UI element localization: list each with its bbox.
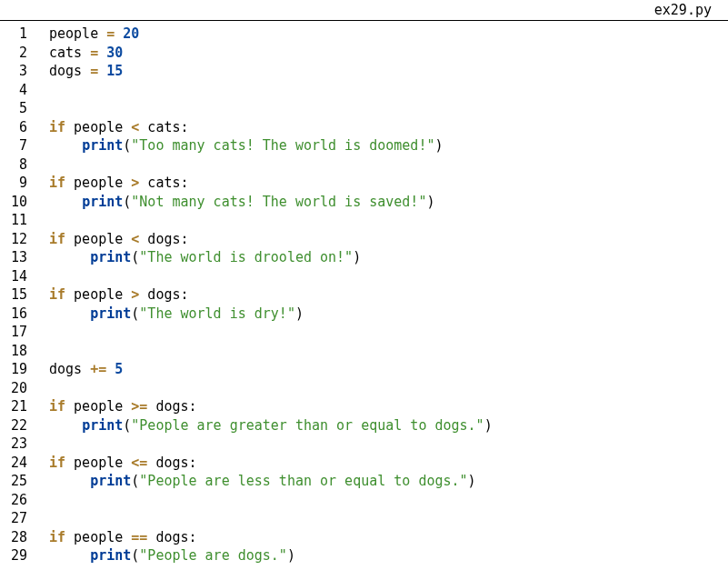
- code-line: people = 20: [49, 25, 493, 44]
- code-line: dogs = 15: [49, 62, 493, 81]
- line-number: 9: [0, 174, 27, 193]
- token-name: [98, 45, 106, 61]
- line-number: 11: [0, 211, 27, 230]
- code-line: [49, 379, 493, 398]
- token-kw: if: [49, 286, 65, 303]
- token-str: "Too many cats! The world is doomed!": [131, 137, 434, 154]
- token-name: dogs: [139, 286, 180, 303]
- line-number: 25: [0, 472, 27, 491]
- code-line: if people < dogs:: [49, 230, 493, 249]
- token-name: people: [65, 231, 131, 247]
- code-line: [49, 323, 493, 342]
- token-fn: print: [82, 137, 123, 154]
- token-colon: :: [181, 175, 189, 191]
- token-colon: :: [189, 529, 197, 545]
- token-paren: (: [131, 473, 139, 489]
- token-name: dogs: [49, 361, 90, 377]
- token-fn: print: [90, 547, 131, 564]
- token-paren: (: [131, 547, 139, 564]
- line-number: 3: [0, 62, 27, 81]
- token-colon: :: [181, 119, 189, 135]
- token-indent: [49, 547, 90, 564]
- line-number: 5: [0, 99, 27, 118]
- token-paren: ): [484, 417, 493, 434]
- token-op: ==: [131, 529, 147, 545]
- code-line: print("Too many cats! The world is doome…: [49, 136, 493, 155]
- line-number: 14: [0, 267, 27, 286]
- token-str: "People are less than or equal to dogs.": [139, 473, 467, 489]
- code-line: if people <= dogs:: [49, 454, 493, 473]
- token-num: 5: [115, 361, 123, 377]
- code-line: print("Not many cats! The world is saved…: [49, 193, 493, 212]
- line-number: 2: [0, 44, 27, 63]
- line-number: 19: [0, 360, 27, 379]
- line-number: 23: [0, 435, 27, 454]
- token-op: >: [131, 175, 139, 191]
- line-number: 21: [0, 397, 27, 416]
- code-line: [49, 267, 493, 286]
- token-name: people: [65, 455, 131, 471]
- line-number: 1: [0, 25, 27, 44]
- token-name: dogs: [139, 231, 180, 247]
- filename-label: ex29.py: [654, 2, 712, 18]
- line-number: 22: [0, 416, 27, 435]
- line-number: 27: [0, 509, 27, 528]
- token-name: [106, 361, 115, 377]
- token-paren: ): [295, 305, 304, 322]
- code-line: if people > dogs:: [49, 285, 493, 305]
- token-op: >=: [131, 398, 147, 415]
- code-line: dogs += 5: [49, 360, 493, 379]
- token-name: cats: [139, 119, 180, 135]
- token-paren: ): [287, 547, 295, 564]
- code-line: [49, 491, 493, 510]
- token-kw: if: [49, 398, 65, 415]
- token-paren: (: [131, 249, 139, 265]
- token-colon: :: [189, 398, 197, 415]
- token-paren: ): [353, 249, 361, 265]
- line-number: 24: [0, 454, 27, 473]
- token-indent: [49, 249, 90, 265]
- token-op: <: [131, 231, 139, 247]
- token-fn: print: [90, 249, 131, 265]
- token-str: "The world is drooled on!": [139, 249, 353, 265]
- line-number: 20: [0, 379, 27, 398]
- token-name: people: [65, 529, 131, 545]
- code-line: [49, 211, 493, 230]
- token-indent: [49, 473, 90, 489]
- code-line: [49, 99, 493, 118]
- token-colon: :: [181, 231, 189, 247]
- code-listing: 1234567891011121314151617181920212223242…: [0, 21, 728, 565]
- token-colon: :: [181, 286, 189, 303]
- code-line: if people < cats:: [49, 118, 493, 137]
- token-fn: print: [90, 305, 131, 322]
- token-str: "The world is dry!": [139, 305, 295, 322]
- token-indent: [49, 137, 82, 154]
- token-name: [115, 25, 123, 42]
- token-op: <: [131, 119, 139, 135]
- code-line: print("The world is dry!"): [49, 305, 493, 324]
- token-name: people: [49, 25, 106, 42]
- token-kw: if: [49, 529, 65, 545]
- token-op: <=: [131, 455, 147, 471]
- token-kw: if: [49, 455, 65, 471]
- code-line: print("People are greater than or equal …: [49, 416, 493, 435]
- line-number: 29: [0, 546, 27, 565]
- token-name: dogs: [49, 63, 90, 79]
- token-indent: [49, 417, 82, 434]
- token-paren: ): [434, 137, 443, 154]
- line-number: 8: [0, 155, 27, 175]
- code-line: [49, 342, 493, 361]
- code-line: [49, 435, 493, 454]
- token-paren: (: [123, 417, 131, 434]
- code-line: [49, 81, 493, 100]
- token-str: "Not many cats! The world is saved!": [131, 194, 426, 210]
- token-paren: (: [123, 194, 131, 210]
- token-indent: [49, 305, 90, 322]
- token-op: =: [90, 45, 98, 61]
- line-number: 4: [0, 81, 27, 100]
- token-paren: (: [123, 137, 131, 154]
- token-name: people: [65, 286, 131, 303]
- code-line: if people > cats:: [49, 174, 493, 193]
- code-line: print("The world is drooled on!"): [49, 248, 493, 267]
- code-line: print("People are less than or equal to …: [49, 472, 493, 491]
